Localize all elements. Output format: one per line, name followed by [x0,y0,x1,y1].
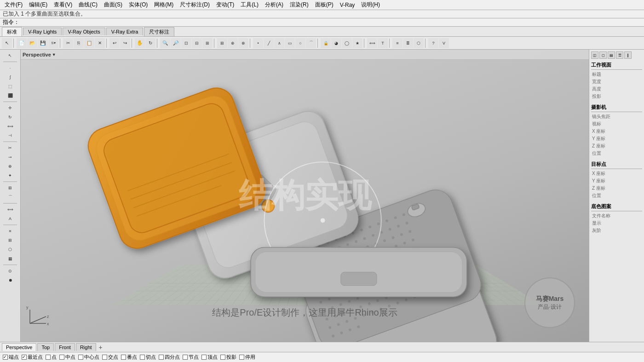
rp-icon-4[interactable]: ☰ [616,51,623,59]
tb-prop-icon[interactable]: ≣ [403,38,413,48]
snap-midpoint[interactable]: 中点 [59,354,75,361]
snap-quad-checkbox[interactable] [159,355,164,360]
tb-paste-icon[interactable]: 📋 [84,38,94,48]
menu-solid[interactable]: 实体(O) [126,0,150,10]
tb-zoom-all-icon[interactable]: ⊡ [181,38,191,48]
snap-vertex-checkbox[interactable] [201,355,207,360]
lt-trim-icon[interactable]: ✂ [2,144,18,152]
snap-disable-checkbox[interactable] [239,355,244,360]
snap-center-checkbox[interactable] [78,355,83,360]
lt-scale-icon[interactable]: ⟺ [2,122,18,130]
tb-point-icon[interactable]: • [253,38,263,48]
menu-panel[interactable]: 面板(P) [312,0,336,10]
lt-history-icon[interactable]: ⊙ [2,267,18,275]
tb-line-icon[interactable]: ╱ [264,38,274,48]
tb-zoom-win-icon[interactable]: ⊞ [202,38,213,48]
tb-render-icon[interactable]: ★ [352,38,362,48]
tb-rect-icon[interactable]: ▭ [285,38,295,48]
menu-transform[interactable]: 变动(T) [213,0,237,10]
tb-layer-icon[interactable]: ≡ [392,38,402,48]
snap-perp-checkbox[interactable] [121,355,126,360]
snap-midpoint-checkbox[interactable] [59,355,64,360]
view-tab-right[interactable]: Right [76,343,96,351]
tb-pan-icon[interactable]: ✋ [135,38,145,48]
tb-vray-icon[interactable]: V [439,38,449,48]
tb-undo-icon[interactable]: ↩ [109,38,120,48]
lt-layer-icon[interactable]: ≡ [2,227,18,235]
snap-disable[interactable]: 停用 [239,354,255,361]
lt-solid-icon[interactable]: ⬛ [2,91,18,100]
tb-wire-icon[interactable]: ◯ [342,38,352,48]
lt-select-icon[interactable]: ↖ [2,51,18,60]
snap-nearest-checkbox[interactable] [22,355,27,360]
snap-perp[interactable]: 番点 [121,354,137,361]
tb-cut-icon[interactable]: ✂ [63,38,73,48]
snap-project[interactable]: 投影 [220,354,236,361]
lt-dim-icon[interactable]: ⟺ [2,205,18,214]
snap-quad[interactable]: 四分点 [159,354,180,361]
snap-endpoint-checkbox[interactable] [3,355,8,360]
lt-grid-snap-icon[interactable]: ⊞ [2,236,18,244]
menu-view[interactable]: 查看(V) [51,0,75,10]
tb-copy-icon[interactable]: ⎘ [74,38,84,48]
lt-move-icon[interactable]: ✛ [2,104,18,112]
lt-record-icon[interactable]: ⏺ [2,276,18,284]
snap-intersection-checkbox[interactable] [102,355,107,360]
tb-zoom-out-icon[interactable]: 🔎 [171,38,181,48]
snap-nearest[interactable]: 最近点 [22,354,43,361]
menu-surface[interactable]: 曲面(S) [101,0,125,10]
menu-help[interactable]: 说明(H) [358,0,383,10]
tb-save-small-icon[interactable]: S▾ [48,38,58,48]
view-tab-top[interactable]: Top [37,343,54,351]
tb-grid-icon[interactable]: ⊞ [217,38,227,48]
tb-dim-icon[interactable]: ⟺ [367,38,377,48]
lt-mirror-icon[interactable]: ⊣ [2,131,18,140]
tab-vray-extra[interactable]: V-Ray Extra [106,28,144,35]
menu-render[interactable]: 渲染(R) [287,0,311,10]
tb-open-icon[interactable]: 📂 [27,38,37,48]
lt-explode-icon[interactable]: ✦ [2,171,18,180]
snap-tangent[interactable]: 切点 [140,354,156,361]
tb-text-icon[interactable]: T [378,38,388,48]
rp-icon-3[interactable]: ▤ [608,51,615,59]
rp-icon-1[interactable]: ◫ [591,51,598,59]
tab-standard[interactable]: 标准 [2,27,22,36]
tb-polyline-icon[interactable]: ∧ [274,38,284,48]
menu-mesh[interactable]: 网格(M) [151,0,176,10]
menu-dim[interactable]: 尺寸标注(D) [177,0,213,10]
tb-new-icon[interactable]: 📄 [17,38,27,48]
snap-endpoint[interactable]: 端点 [3,354,19,361]
tb-snap-icon[interactable]: ⊕ [228,38,238,48]
tb-ortho-icon[interactable]: ⊗ [238,38,248,48]
view-tab-front[interactable]: Front [55,343,75,351]
lt-text-icon[interactable]: A [2,215,18,223]
tb-arc-icon[interactable]: ⌒ [306,38,316,48]
tab-dim[interactable]: 尺寸标注 [144,27,174,36]
lt-join-icon[interactable]: ⊕ [2,162,18,170]
lt-block-icon[interactable]: ▦ [2,255,18,263]
tab-vray-objects[interactable]: V-Ray Objects [63,28,105,35]
rp-icon-2[interactable]: ◻ [599,51,607,59]
view-tab-add-button[interactable]: + [97,344,104,351]
menu-file[interactable]: 文件(F) [2,0,25,10]
tb-delete-icon[interactable]: ✕ [95,38,105,48]
snap-knot-checkbox[interactable] [183,355,188,360]
lt-point-icon[interactable]: · [2,64,18,72]
lt-surface-icon[interactable]: ⬚ [2,82,18,90]
snap-tangent-checkbox[interactable] [140,355,145,360]
snap-point-checkbox[interactable] [46,355,51,360]
lt-fillet-icon[interactable]: ⌒ [2,193,18,201]
snap-project-checkbox[interactable] [220,355,225,360]
snap-vertex[interactable]: 顶点 [201,354,218,361]
lt-split-icon[interactable]: ⊸ [2,153,18,161]
lt-boolean-icon[interactable]: ⊞ [2,184,18,192]
tb-lock-icon[interactable]: 🔒 [321,38,331,48]
menu-curve[interactable]: 曲线(C) [76,0,100,10]
menu-edit[interactable]: 编辑(E) [26,0,50,10]
tb-help-icon[interactable]: ? [428,38,438,48]
tb-cursor-icon[interactable]: ↖ [2,38,12,48]
lt-rotate-icon[interactable]: ↻ [2,113,18,121]
snap-knot[interactable]: 节点 [183,354,199,361]
tb-circle-icon[interactable]: ○ [295,38,305,48]
menu-analysis[interactable]: 分析(A) [262,0,286,10]
